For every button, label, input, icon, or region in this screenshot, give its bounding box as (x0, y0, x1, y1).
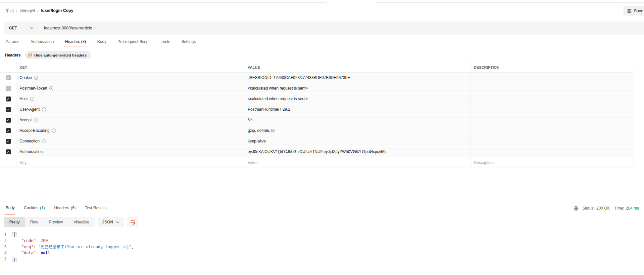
table-row: ✓Accept-Encodingigzip, deflate, br (0, 126, 633, 136)
description-input[interactable]: Description (470, 157, 633, 168)
key-input[interactable]: Key (17, 157, 244, 168)
column-header-description: DESCRIPTION (470, 62, 633, 72)
description-cell[interactable] (470, 126, 633, 136)
checkbox-cell: ✓ (0, 83, 17, 93)
key-cell[interactable]: Hosti (17, 94, 244, 104)
info-icon[interactable]: i (34, 118, 38, 122)
description-cell[interactable] (470, 94, 633, 104)
value-cell[interactable]: <calculated when request is sent> (244, 94, 470, 104)
key-cell[interactable]: Postman-Tokeni (17, 83, 244, 93)
value-cell[interactable]: JSESSIONID=1A630CAF023D77438BDF97B6DE967… (244, 73, 470, 83)
response-tab-test-results[interactable]: Test Results (84, 202, 107, 215)
key-cell[interactable]: Connectioni (17, 136, 244, 146)
line-content: "data": null (12, 250, 50, 256)
token: , (48, 238, 50, 243)
description-cell[interactable] (470, 136, 633, 146)
globe-icon[interactable] (573, 206, 578, 211)
info-icon[interactable]: i (34, 76, 38, 80)
hide-auto-headers-toggle[interactable]: Hide auto-generated headers (25, 51, 91, 59)
key-cell[interactable]: Authorization (17, 147, 244, 157)
description-cell[interactable] (470, 104, 633, 114)
value-input[interactable]: Value (244, 157, 470, 168)
header-key: Host (20, 97, 28, 101)
response-tab-body[interactable]: Body (5, 202, 15, 215)
description-cell[interactable] (470, 147, 633, 157)
view-tab-raw[interactable]: Raw (25, 217, 43, 227)
line-number: 3 (0, 244, 12, 250)
key-cell[interactable]: User-Agenti (17, 104, 244, 114)
key-cell[interactable]: Accepti (17, 115, 244, 125)
fold-marker[interactable]: { (12, 232, 17, 237)
key-cell[interactable]: Accept-Encodingi (17, 126, 244, 136)
value-cell[interactable]: eyJ0eXAiOiJKV1QiLCJhbGciOiJIUzI1NiJ9.eyJ… (244, 147, 470, 157)
row-checkbox[interactable]: ✓ (6, 118, 11, 123)
breadcrumb-item-[interactable]: 学习 (6, 8, 14, 14)
value-cell[interactable]: <calculated when request is sent> (244, 83, 470, 93)
response-body: 1{2 "code": 200,3 "msg": "您已经登录了(You are… (0, 232, 644, 262)
fold-marker[interactable]: } (12, 257, 17, 262)
header-key: Accept (20, 118, 32, 122)
view-tab-pretty[interactable]: Pretty (4, 217, 25, 227)
response-tab-cookies[interactable]: Cookies(1) (23, 202, 45, 215)
token (12, 245, 22, 249)
value-cell[interactable]: keep-alive (244, 136, 470, 146)
checkbox-cell: ✓ (0, 73, 17, 83)
tab-params[interactable]: Params (5, 37, 20, 48)
checkbox-cell: ✓ (0, 104, 17, 114)
breadcrumb-item-shiro-jwt[interactable]: shiro-jwt (20, 8, 35, 13)
description-cell[interactable] (470, 83, 633, 93)
description-cell[interactable] (470, 115, 633, 125)
value-cell[interactable]: PostmanRuntime/7.29.2 (244, 104, 470, 114)
value-cell[interactable]: */* (244, 115, 470, 125)
response-tabs-row: BodyCookies(1)Headers(6)Test Results Sta… (0, 202, 644, 215)
breadcrumb-item-user-login-copy[interactable]: /user/login Copy (41, 8, 74, 13)
line-number: 1 (0, 232, 12, 238)
tab-headers-8[interactable]: Headers (8) (64, 37, 86, 48)
response-tab-label: Headers (54, 206, 69, 210)
key-cell[interactable]: Cookiei (17, 73, 244, 83)
info-icon[interactable]: i (49, 86, 53, 90)
code-line: 3 "msg": "您已经登录了(You are already logged … (0, 244, 644, 250)
table-row: ✓Connectionikeep-alive (0, 136, 633, 147)
line-content: } (12, 256, 17, 262)
url-input[interactable]: localhost:8080/user/article (38, 21, 644, 35)
wrap-text-button[interactable] (127, 217, 138, 227)
url-builder: GET localhost:8080/user/article (4, 21, 644, 35)
token: "msg" (22, 245, 33, 249)
column-header-key: KEY (17, 62, 244, 72)
description-cell[interactable] (470, 73, 633, 83)
row-checkbox[interactable]: ✓ (6, 75, 11, 80)
info-icon[interactable]: i (30, 97, 34, 101)
row-checkbox[interactable]: ✓ (6, 128, 11, 133)
format-select[interactable]: JSON (98, 217, 124, 227)
time-label: Time: (615, 206, 624, 211)
info-icon[interactable]: i (42, 107, 46, 111)
tab-settings[interactable]: Settings (181, 37, 196, 48)
save-button[interactable]: Save (623, 6, 644, 16)
response-view-row: PrettyRawPreviewVisualize JSON (4, 217, 644, 227)
response-tab-headers[interactable]: Headers(6) (53, 202, 76, 215)
table-row: ✓Hosti<calculated when request is sent> (0, 94, 633, 104)
table-row: ✓User-AgentiPostmanRuntime/7.29.2 (0, 104, 633, 115)
info-icon[interactable]: i (52, 129, 56, 133)
row-checkbox[interactable]: ✓ (6, 86, 11, 91)
row-checkbox[interactable]: ✓ (6, 97, 11, 101)
headers-toolbar: Headers Hide auto-generated headers (5, 51, 644, 60)
breadcrumb-separator: / (16, 8, 17, 13)
row-checkbox[interactable]: ✓ (6, 149, 11, 154)
tab-authorization[interactable]: Authorization (30, 37, 54, 48)
method-select[interactable]: GET (4, 21, 38, 35)
token: "data" (22, 251, 36, 255)
info-icon[interactable]: i (42, 139, 46, 143)
chevron-down-icon (30, 27, 33, 29)
tab-pre-request-script[interactable]: Pre-request Script (117, 37, 150, 48)
view-tab-visualize[interactable]: Visualize (68, 217, 95, 227)
row-checkbox[interactable]: ✓ (6, 107, 11, 112)
tab-body[interactable]: Body (97, 37, 107, 48)
view-tab-preview[interactable]: Preview (43, 217, 68, 227)
value-cell[interactable]: gzip, deflate, br (244, 126, 470, 136)
row-checkbox[interactable]: ✓ (6, 139, 11, 144)
save-label: Save (634, 9, 644, 13)
code-line: 4 "data": null (0, 250, 644, 256)
tab-tests[interactable]: Tests (160, 37, 171, 48)
